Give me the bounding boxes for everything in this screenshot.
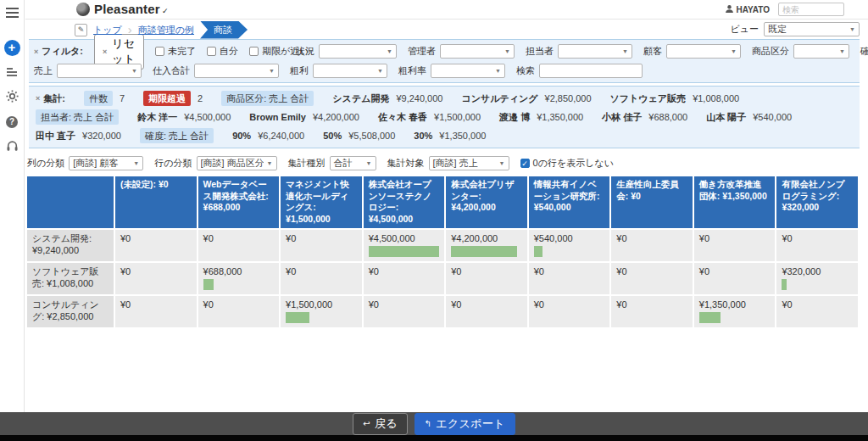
filter-field: 担当者▼ [526, 44, 632, 59]
cell-value: ¥0 [782, 232, 853, 244]
aggregation-stat: 鈴木 洋一¥4,500,000 [137, 110, 231, 124]
cell-value: ¥540,000 [534, 232, 605, 244]
breadcrumb-link-folder[interactable]: 商談管理の例 [138, 24, 194, 36]
data-cell: ¥1,350,000 [693, 295, 776, 328]
plus-icon: + [8, 40, 16, 54]
filter-search-input[interactable] [539, 64, 643, 78]
filter-field-label: 商品区分 [752, 45, 789, 58]
new-item-button[interactable]: + [4, 40, 20, 56]
chevron-down-icon: ▼ [495, 68, 501, 74]
aggregation-target-select[interactable]: [商談] 売上 ▼ [429, 156, 509, 170]
stat-value: ¥4,200,000 [313, 110, 359, 124]
table-row: システム開発: ¥9,240,000¥0¥0¥0¥4,500,000¥4,200… [27, 229, 859, 262]
stat-value: ¥688,000 [648, 110, 687, 124]
cell-value: ¥1,350,000 [699, 299, 771, 310]
close-icon: × [103, 47, 107, 56]
aggregation-section-label[interactable]: × 集計: [36, 92, 65, 105]
app-logo[interactable]: Pleasanter ✓ [76, 2, 168, 16]
help-icon[interactable]: ? [6, 116, 18, 128]
user-name: HAYATO [737, 5, 770, 14]
edit-button[interactable]: ✎ [75, 24, 87, 36]
overdue-badge[interactable]: 期限超過 [143, 91, 191, 106]
row-category-select[interactable]: [商談] 商品区分 ▼ [197, 156, 277, 170]
navigation-list-icon[interactable] [7, 68, 18, 78]
cell-value: ¥0 [120, 265, 192, 277]
filter-field-select[interactable]: ▼ [793, 44, 849, 59]
stat-name: Brown Emily [249, 110, 306, 124]
stat-name: 50% [323, 129, 342, 142]
chevron-down-icon: ▼ [731, 48, 737, 54]
value-bar [451, 246, 517, 257]
aggregation-panel: × 集計: 件数7期限超過2商品区分: 売上 合計システム開発¥9,240,00… [29, 86, 860, 148]
filter-checkbox[interactable]: 未完了 [155, 45, 196, 58]
filter-field-select[interactable]: ▼ [313, 64, 387, 78]
hamburger-menu-icon[interactable] [6, 8, 19, 18]
chevron-down-icon: ▼ [377, 68, 383, 74]
filter-search-label: 検索 [516, 64, 535, 77]
column-category-select[interactable]: [商談] 顧客 ▼ [69, 156, 143, 170]
filter-field-label: 仕入合計 [153, 64, 190, 77]
global-search-input[interactable] [778, 3, 844, 16]
aggregation-badge[interactable]: 商品区分: 売上 合計 [221, 91, 314, 106]
filter-checkbox[interactable]: 自分 [207, 45, 238, 58]
aggregation-badge-group: 件数7 [84, 91, 125, 106]
filter-field-select[interactable]: ▼ [666, 44, 741, 59]
filter-field-label: 担当者 [526, 45, 554, 58]
breadcrumb-current-tab[interactable]: 商談 [200, 21, 248, 39]
data-cell: ¥0 [528, 295, 611, 328]
export-button[interactable]: ↰ エクスポート [415, 413, 515, 435]
filter-field-label: 管理者 [408, 45, 436, 58]
aggregation-stat: Brown Emily¥4,200,000 [249, 110, 359, 124]
chevron-down-icon: ▼ [849, 26, 855, 32]
stat-value: ¥6,240,000 [258, 129, 304, 142]
chevron-separator-icon: › [128, 23, 132, 36]
top-bar: Pleasanter ✓ HAYATO [25, 0, 868, 20]
aggregation-stat: 30%¥1,350,000 [414, 129, 486, 142]
filter-field-select[interactable]: ▼ [194, 64, 279, 78]
filter-field: 確度▼ [860, 44, 868, 59]
filter-field: 商品区分▼ [752, 44, 849, 59]
breadcrumb: ✎ トップ › 商談管理の例 商談 ビュー 既定 ▼ [25, 20, 868, 39]
aggregation-badge[interactable]: 件数 [84, 91, 113, 106]
close-icon: × [34, 47, 38, 56]
aggregation-target-label: 集計対象 [387, 157, 425, 170]
filter-field-select[interactable]: ▼ [57, 64, 142, 78]
filter-field-select[interactable]: ▼ [558, 44, 632, 59]
filter-field-label: 確度 [860, 45, 868, 58]
crosstab-controls: 列の分類 [商談] 顧客 ▼ 行の分類 [商談] 商品区分 ▼ 集計種別 合計 … [25, 151, 868, 176]
breadcrumb-link-top[interactable]: トップ [93, 24, 122, 36]
data-cell: ¥320,000 [776, 262, 859, 295]
view-select[interactable]: 既定 ▼ [764, 22, 860, 36]
stat-value: ¥4,500,000 [184, 110, 231, 124]
filter-section-label[interactable]: × フィルタ: [34, 45, 83, 58]
aggregation-stat: 50%¥5,508,000 [323, 129, 395, 142]
cell-value: ¥1,500,000 [286, 299, 357, 310]
stat-value: ¥1,008,000 [693, 92, 739, 105]
column-header-cell: 株式会社プリザンター: ¥4,200,000 [445, 176, 528, 229]
chevron-down-icon: ▼ [387, 48, 392, 54]
column-category-label: 列の分類 [27, 157, 64, 170]
data-cell: ¥0 [114, 262, 198, 295]
chevron-down-icon: ▼ [366, 160, 372, 166]
cell-value: ¥0 [203, 232, 275, 244]
filter-field-select[interactable]: ▼ [440, 44, 515, 59]
hide-zero-rows-checkbox[interactable]: ✓ 0の行を表示しない [520, 157, 614, 170]
column-header-cell: 生産性向上委員会: ¥0 [610, 176, 693, 229]
user-menu[interactable]: HAYATO [725, 4, 770, 15]
aggregation-badge[interactable]: 担当者: 売上 合計 [36, 109, 119, 125]
filter-field-select[interactable]: ▼ [431, 64, 505, 78]
gear-icon[interactable] [6, 90, 19, 104]
stat-value: ¥2,850,000 [545, 92, 592, 105]
checkbox-icon: ✓ [520, 159, 530, 168]
aggregation-badge[interactable]: 確度: 売上 合計 [140, 128, 214, 143]
back-button[interactable]: ↩ 戻る [353, 413, 407, 435]
stat-name: 鈴木 洋一 [137, 110, 177, 124]
chevron-down-icon: ▼ [133, 160, 139, 166]
back-icon: ↩ [363, 419, 370, 428]
headset-icon[interactable] [6, 140, 19, 154]
aggregation-type-label: 集計種別 [288, 157, 326, 170]
filter-field-select[interactable]: ▼ [319, 44, 397, 59]
aggregation-type-select[interactable]: 合計 ▼ [330, 156, 376, 170]
filter-field-label: 顧客 [643, 45, 662, 58]
cell-value: ¥0 [616, 299, 687, 310]
